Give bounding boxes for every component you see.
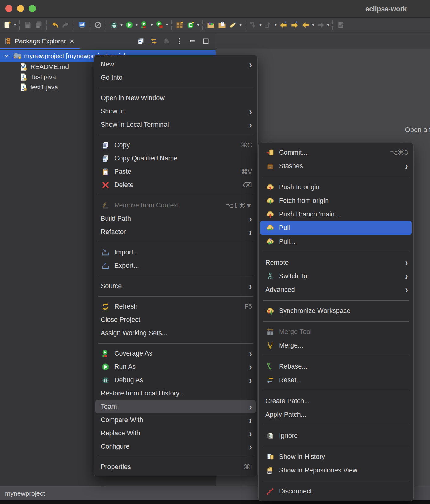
menu-item-coverage-as[interactable]: Coverage As	[94, 347, 257, 360]
open-type-button[interactable]	[205, 19, 216, 31]
run-button[interactable]	[124, 19, 135, 31]
menu-item-debug-as[interactable]: Debug As	[94, 374, 257, 387]
next-annotation-dropdown[interactable]	[259, 23, 263, 27]
minimize-view-button[interactable]	[188, 37, 197, 45]
menu-item-close-project[interactable]: Close Project	[94, 313, 257, 327]
menu-item-new[interactable]: New	[94, 58, 257, 71]
link-with-editor-button[interactable]	[150, 37, 158, 45]
minimize-window-button[interactable]	[17, 5, 24, 12]
menu-item-merge[interactable]: Merge...	[259, 339, 413, 352]
menu-item-refactor[interactable]: Refactor	[94, 225, 257, 239]
menu-item-open-in-new-window[interactable]: Open in New Window	[94, 92, 257, 105]
search-button[interactable]	[227, 19, 238, 31]
menu-item-apply-patch[interactable]: Apply Patch...	[259, 408, 413, 421]
menu-item-advanced[interactable]: Advanced	[259, 283, 413, 297]
previous-annotation-dropdown[interactable]	[274, 23, 278, 27]
new-wizard-dropdown[interactable]	[13, 23, 17, 27]
menu-separator	[98, 343, 253, 344]
new-class-dropdown[interactable]	[196, 23, 200, 27]
coverage-button[interactable]	[139, 19, 150, 31]
debug-dropdown[interactable]	[120, 23, 124, 27]
menu-item-configure[interactable]: Configure	[94, 440, 257, 453]
menu-item-stashes[interactable]: Stashes	[259, 159, 413, 173]
back-history-button[interactable]	[300, 19, 311, 31]
menu-item-label: Open in New Window	[101, 94, 165, 102]
menu-item-show-in[interactable]: Show In	[94, 105, 257, 118]
menu-item-restore-from-local-history[interactable]: Restore from Local History...	[94, 387, 257, 400]
menu-item-source[interactable]: Source	[94, 280, 257, 293]
menu-item-ignore[interactable]: Ignore	[259, 429, 413, 442]
next-edit-location-button[interactable]	[289, 19, 300, 31]
menu-item-synchronize-workspace[interactable]: Synchronize Workspace	[259, 304, 413, 318]
menu-item-label: Run As	[114, 363, 136, 371]
coverage-dropdown[interactable]	[150, 23, 154, 27]
menu-item-delete[interactable]: Delete⌫	[94, 178, 257, 192]
menu-item-reset[interactable]: Reset...	[259, 373, 413, 387]
save-all-button[interactable]	[33, 19, 44, 31]
menu-item-run-as[interactable]: Run As	[94, 360, 257, 374]
debug-button[interactable]	[108, 19, 120, 31]
menu-item-remove-from-context[interactable]: Remove from Context⌥⇧⌘▼	[94, 199, 257, 212]
menu-item-build-path[interactable]: Build Path	[94, 212, 257, 225]
menu-item-fetch-from-origin[interactable]: Fetch from origin	[259, 194, 413, 207]
forward-history-button[interactable]	[315, 19, 326, 31]
menu-item-compare-with[interactable]: Compare With	[94, 413, 257, 427]
run-dropdown[interactable]	[135, 23, 139, 27]
open-resource-button[interactable]	[216, 19, 227, 31]
menu-item-disconnect[interactable]: Disconnect	[259, 485, 413, 498]
menu-item-copy[interactable]: Copy⌘C	[94, 139, 257, 152]
menu-item-show-in-local-terminal[interactable]: Show in Local Terminal	[94, 118, 257, 131]
menu-item-pull[interactable]: Pull	[260, 221, 412, 235]
menu-item-properties[interactable]: Properties⌘I	[94, 460, 257, 474]
menu-item-export[interactable]: Export...	[94, 259, 257, 272]
menu-item-team[interactable]: Team	[95, 400, 256, 413]
profile-button[interactable]	[154, 19, 165, 31]
new-class-button[interactable]	[185, 19, 196, 31]
menu-item-replace-with[interactable]: Replace With	[94, 427, 257, 440]
menu-item-remote[interactable]: Remote	[259, 256, 413, 269]
profile-dropdown[interactable]	[165, 23, 169, 27]
menu-item-refresh[interactable]: RefreshF5	[94, 300, 257, 313]
back-nav-button[interactable]	[49, 19, 60, 31]
forward-history-dropdown[interactable]	[326, 23, 330, 27]
menu-item-commit[interactable]: Commit...⌥⌘3	[259, 146, 413, 159]
previous-annotation-button[interactable]	[263, 19, 274, 31]
menu-item-show-in-repositories-view[interactable]: Show in Repositories View	[259, 463, 413, 477]
forward-nav-button[interactable]	[60, 19, 71, 31]
back-history-dropdown[interactable]	[311, 23, 315, 27]
close-window-button[interactable]	[5, 5, 12, 12]
menu-item-push-to-origin[interactable]: Push to origin	[259, 180, 413, 194]
focus-on-active-task-button[interactable]	[162, 37, 171, 45]
menu-item-go-into[interactable]: Go Into	[94, 71, 257, 84]
menu-item-assign-working-sets[interactable]: Assign Working Sets...	[94, 327, 257, 340]
menu-separator	[98, 88, 253, 88]
menu-item-rebase[interactable]: Rebase...	[259, 360, 413, 373]
maximize-view-button[interactable]	[201, 37, 210, 45]
menu-item-merge-tool[interactable]: Merge Tool	[259, 325, 413, 339]
menu-item-pull-dialog[interactable]: Pull...	[259, 235, 413, 248]
view-menu-button[interactable]	[175, 37, 184, 45]
open-console-button[interactable]	[76, 19, 87, 31]
next-annotation-button[interactable]	[247, 19, 259, 31]
menu-item-show-in-history[interactable]: Show in History	[259, 450, 413, 463]
chevron-down-icon[interactable]	[2, 53, 11, 59]
close-tab-icon[interactable]: ×	[69, 38, 75, 44]
save-button[interactable]	[22, 19, 33, 31]
menu-item-import[interactable]: Import...	[94, 246, 257, 259]
menu-item-create-patch[interactable]: Create Patch...	[259, 394, 413, 408]
pin-editor-button[interactable]	[335, 19, 346, 31]
menu-item-copy-qualified-name[interactable]: Copy Qualified Name	[94, 152, 257, 165]
menu-item-switch-to[interactable]: Switch To	[259, 269, 413, 283]
last-edit-location-button[interactable]	[278, 19, 289, 31]
new-java-project-button[interactable]	[174, 19, 185, 31]
paste-icon	[101, 167, 110, 176]
skip-all-breakpoints-button[interactable]	[92, 19, 103, 31]
toolbar-separator	[171, 20, 172, 30]
search-dropdown[interactable]	[238, 23, 242, 27]
collapse-all-button[interactable]	[137, 37, 145, 45]
new-wizard-button[interactable]	[2, 19, 13, 31]
tab-package-explorer[interactable]: Package Explorer ×	[0, 33, 80, 49]
menu-item-paste[interactable]: Paste⌘V	[94, 165, 257, 178]
zoom-window-button[interactable]	[29, 5, 36, 12]
menu-item-push-branch-main[interactable]: Push Branch 'main'...	[259, 207, 413, 221]
